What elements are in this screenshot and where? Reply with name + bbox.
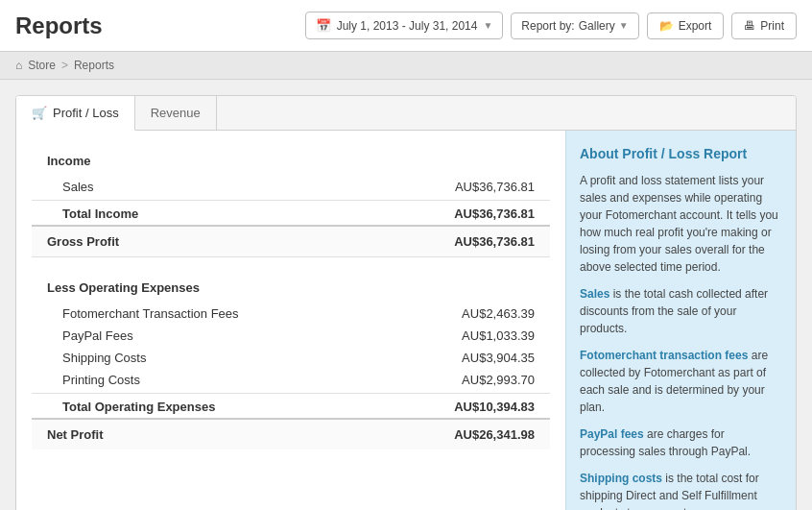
report-table: Income Sales AU$36,736.81 Total Income A… [16, 131, 565, 510]
transaction-fees-label: Fotomerchant Transaction Fees [62, 306, 239, 321]
section-divider [32, 257, 550, 273]
paypal-fees-value: AU$1,033.39 [462, 328, 535, 343]
net-profit-row: Net Profit AU$26,341.98 [32, 418, 550, 449]
sales-label: Sales [62, 180, 94, 194]
report-by-option: Gallery [579, 19, 615, 33]
page-title: Reports [15, 12, 103, 39]
total-income-value: AU$36,736.81 [454, 206, 535, 221]
calendar-icon: 📅 [316, 18, 331, 33]
tab-revenue[interactable]: Revenue [135, 96, 217, 130]
table-row: Shipping Costs AU$3,904.35 [32, 347, 550, 369]
table-row: Fotomerchant Transaction Fees AU$2,463.3… [32, 303, 550, 325]
paypal-term: PayPal fees [580, 427, 644, 441]
date-dropdown-arrow: ▼ [483, 20, 492, 31]
shipping-costs-value: AU$3,904.35 [462, 351, 535, 365]
income-section-header: Income [32, 146, 550, 176]
report-by-button[interactable]: Report by: Gallery ▼ [511, 12, 638, 39]
breadcrumb: ⌂ Store > Reports [0, 52, 812, 80]
shipping-term: Shipping costs [580, 472, 662, 485]
report-by-label: Report by: [521, 19, 574, 33]
sidebar-transaction: Fotomerchant transaction fees are collec… [580, 347, 782, 416]
printing-costs-label: Printing Costs [62, 373, 140, 387]
shipping-costs-label: Shipping Costs [62, 351, 146, 365]
report-card: 🛒 Profit / Loss Revenue Income Sales AU$… [15, 95, 797, 510]
report-by-arrow: ▼ [619, 20, 629, 31]
print-button[interactable]: 🖶 Print [731, 12, 797, 39]
expenses-label: Less Operating Expenses [47, 280, 200, 295]
paypal-fees-label: PayPal Fees [62, 328, 133, 343]
sidebar-title: About Profit / Loss Report [580, 144, 782, 164]
printing-costs-value: AU$2,993.70 [462, 373, 535, 387]
tabs-bar: 🛒 Profit / Loss Revenue [16, 96, 796, 131]
export-button[interactable]: 📂 Export [647, 12, 725, 39]
total-expenses-row: Total Operating Expenses AU$10,394.83 [32, 393, 550, 418]
date-range-picker[interactable]: 📅 July 1, 2013 - July 31, 2014 ▼ [305, 12, 504, 39]
breadcrumb-separator: > [61, 59, 68, 72]
breadcrumb-current: Reports [74, 59, 114, 72]
table-row: PayPal Fees AU$1,033.39 [32, 325, 550, 347]
tab-revenue-label: Revenue [151, 106, 201, 120]
table-row: Sales AU$36,736.81 [32, 176, 550, 198]
table-row: Printing Costs AU$2,993.70 [32, 369, 550, 391]
export-icon: 📂 [659, 19, 674, 33]
net-profit-value: AU$26,341.98 [454, 427, 535, 442]
sidebar-intro: A profit and loss statement lists your s… [580, 172, 782, 276]
income-label: Income [47, 154, 91, 168]
sidebar-paypal: PayPal fees are charges for processing s… [580, 425, 782, 460]
gross-profit-value: AU$36,736.81 [454, 234, 535, 249]
cart-icon: 🛒 [32, 106, 47, 120]
total-expenses-value: AU$10,394.83 [454, 400, 535, 414]
transaction-term: Fotomerchant transaction fees [580, 349, 748, 362]
export-label: Export [679, 19, 712, 33]
transaction-fees-value: AU$2,463.39 [462, 306, 535, 321]
sidebar-sales: Sales is the total cash collected after … [580, 285, 782, 337]
total-income-label: Total Income [62, 206, 138, 221]
header: Reports 📅 July 1, 2013 - July 31, 2014 ▼… [0, 0, 812, 52]
sidebar-info: About Profit / Loss Report A profit and … [565, 131, 796, 510]
breadcrumb-store-link[interactable]: Store [28, 59, 56, 72]
total-expenses-label: Total Operating Expenses [62, 400, 215, 414]
total-income-row: Total Income AU$36,736.81 [32, 200, 550, 225]
main-content: 🛒 Profit / Loss Revenue Income Sales AU$… [0, 80, 812, 510]
sales-value: AU$36,736.81 [455, 180, 535, 194]
header-controls: 📅 July 1, 2013 - July 31, 2014 ▼ Report … [305, 12, 797, 39]
gross-profit-row: Gross Profit AU$36,736.81 [32, 225, 550, 257]
sales-term: Sales [580, 287, 609, 301]
gross-profit-label: Gross Profit [47, 234, 119, 249]
net-profit-label: Net Profit [47, 427, 104, 442]
tab-profit-loss-label: Profit / Loss [53, 106, 119, 120]
expenses-section-header: Less Operating Expenses [32, 273, 550, 303]
date-range-label: July 1, 2013 - July 31, 2014 [337, 19, 478, 33]
home-icon: ⌂ [15, 59, 22, 72]
report-content: Income Sales AU$36,736.81 Total Income A… [16, 131, 796, 510]
print-label: Print [760, 19, 784, 33]
print-icon: 🖶 [744, 19, 755, 33]
tab-profit-loss[interactable]: 🛒 Profit / Loss [16, 96, 135, 131]
sidebar-shipping: Shipping costs is the total cost for shi… [580, 470, 782, 510]
